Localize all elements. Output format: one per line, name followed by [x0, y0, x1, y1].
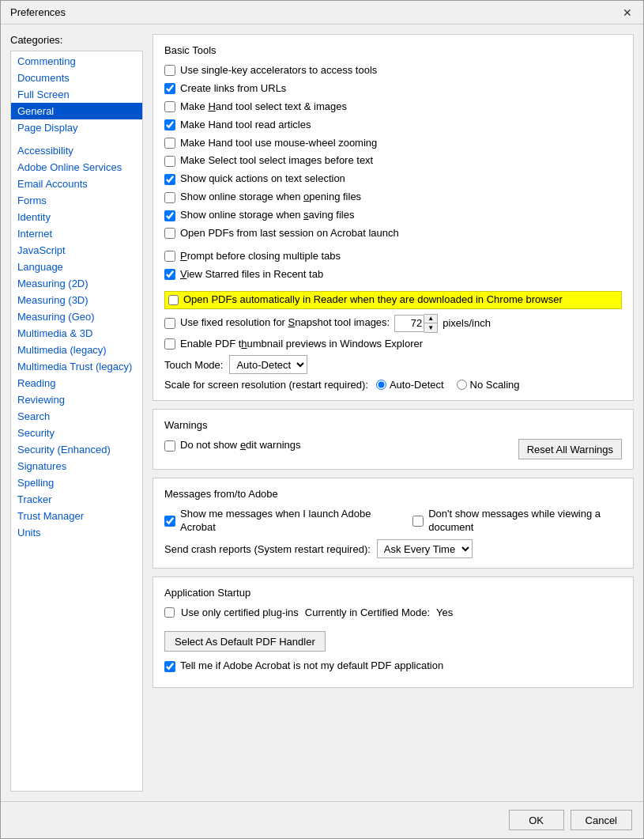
reset-warnings-button[interactable]: Reset All Warnings: [518, 439, 622, 459]
cb-edit-warnings-label: Do not show edit warnings: [180, 439, 300, 452]
category-item-multimedia-legacy[interactable]: Multimedia (legacy): [11, 342, 142, 358]
cb-fixed-res-row: Use fixed resolution for Snapshot tool i…: [164, 314, 622, 333]
crash-select[interactable]: Ask Every Time Always Send Never Send: [377, 539, 473, 558]
scale-no-scaling: No Scaling: [457, 379, 520, 391]
warnings-content: Do not show edit warnings Reset All Warn…: [164, 439, 622, 459]
default-pdf-handler-button[interactable]: Select As Default PDF Handler: [164, 631, 326, 652]
category-item-javascript[interactable]: JavaScript: [11, 242, 142, 259]
category-item-security[interactable]: Security: [11, 425, 142, 441]
category-item-measuring-2d[interactable]: Measuring (2D): [11, 275, 142, 292]
cb-fixed-res[interactable]: [164, 318, 175, 329]
cb-edit-warnings[interactable]: [164, 440, 175, 452]
scale-label: Scale for screen resolution (restart req…: [164, 379, 368, 391]
cb-view-starred-label: View Starred files in Recent tab: [180, 268, 323, 282]
cb-quick-actions[interactable]: [164, 174, 175, 185]
cb-hand-wheel-label: Make Hand tool use mouse-wheel zooming: [180, 137, 377, 150]
cb-dont-show[interactable]: [412, 516, 424, 527]
messages-checkboxes-row: Show me messages when I launch Adobe Acr…: [164, 508, 622, 535]
cb-select-images-label: Make Select tool select images before te…: [180, 154, 373, 168]
categories-label: Categories:: [10, 34, 143, 46]
category-item-internet[interactable]: Internet: [11, 225, 142, 242]
scale-auto-radio[interactable]: [376, 380, 386, 390]
spinner-up-button[interactable]: ▲: [424, 315, 437, 323]
ok-button[interactable]: OK: [509, 810, 564, 830]
touch-mode-row: Touch Mode: Auto-Detect Touch Mouse: [164, 355, 622, 374]
touch-mode-select[interactable]: Auto-Detect Touch Mouse: [229, 355, 307, 374]
spinner-down-button[interactable]: ▼: [424, 323, 437, 332]
category-item-full-screen[interactable]: Full Screen: [11, 86, 142, 103]
category-item-trust-manager[interactable]: Trust Manager: [11, 508, 142, 524]
cb-view-starred-row: View Starred files in Recent tab: [164, 268, 622, 282]
crash-row: Send crash reports (System restart requi…: [164, 539, 622, 558]
category-item-search[interactable]: Search: [11, 408, 142, 425]
category-item-reading[interactable]: Reading: [11, 375, 142, 391]
scale-row: Scale for screen resolution (restart req…: [164, 379, 622, 391]
highlighted-chrome-row: Open PDFs automatically in Reader when t…: [164, 291, 622, 309]
messages-section: Messages from/to Adobe Show me messages …: [153, 478, 634, 569]
close-button[interactable]: ✕: [621, 6, 634, 19]
cb-create-links-label: Create links from URLs: [180, 82, 286, 96]
category-item-multimedia-trust[interactable]: Multimedia Trust (legacy): [11, 358, 142, 375]
resolution-input[interactable]: [394, 315, 424, 332]
category-item-reviewing[interactable]: Reviewing: [11, 391, 142, 408]
cb-select-images[interactable]: [164, 156, 175, 167]
cb-chrome-auto-label: Open PDFs automatically in Reader when t…: [183, 293, 563, 307]
cb-online-saving-row: Show online storage when saving files: [164, 209, 622, 222]
category-item-units[interactable]: Units: [11, 524, 142, 541]
cb-online-saving[interactable]: [164, 210, 175, 221]
category-item-signatures[interactable]: Signatures: [11, 458, 142, 474]
cb-tell-me[interactable]: [164, 661, 175, 672]
cb-open-pdfs-session-row: Open PDFs from last session on Acrobat l…: [164, 227, 622, 240]
warnings-section: Warnings Do not show edit warnings Reset…: [153, 409, 634, 470]
cb-open-pdfs-session[interactable]: [164, 228, 175, 239]
category-item-security-enhanced[interactable]: Security (Enhanced): [11, 441, 142, 458]
cb-hand-wheel[interactable]: [164, 138, 175, 149]
cb-prompt-closing-row: Prompt before closing multiple tabs: [164, 250, 622, 263]
cb-edit-warnings-row: Do not show edit warnings: [164, 439, 300, 452]
cb-view-starred[interactable]: [164, 269, 175, 280]
category-item-accessibility[interactable]: Accessibility: [11, 142, 142, 159]
category-item-email-accounts[interactable]: Email Accounts: [11, 176, 142, 192]
cb-tell-me-label: Tell me if Adobe Acrobat is not my defau…: [180, 659, 443, 673]
category-item-tracker[interactable]: Tracker: [11, 491, 142, 508]
category-item-measuring-3d[interactable]: Measuring (3D): [11, 292, 142, 308]
certified-mode-value: Yes: [436, 607, 453, 618]
scale-none-radio[interactable]: [457, 380, 467, 390]
category-item-identity[interactable]: Identity: [11, 209, 142, 225]
cb-hand-articles-label: Make Hand tool read articles: [180, 119, 311, 132]
spinner-buttons: ▲ ▼: [424, 314, 438, 333]
cb-hand-articles[interactable]: [164, 119, 175, 130]
category-item-multimedia-3d[interactable]: Multimedia & 3D: [11, 325, 142, 342]
cb-create-links-row: Create links from URLs: [164, 82, 622, 96]
scale-none-label: No Scaling: [470, 379, 520, 391]
category-item-general[interactable]: General: [11, 103, 142, 119]
app-startup-title: Application Startup: [164, 587, 622, 599]
category-item-commenting[interactable]: Commenting: [11, 53, 142, 70]
cb-online-opening[interactable]: [164, 192, 175, 203]
cb-prompt-closing[interactable]: [164, 251, 175, 262]
category-item-forms[interactable]: Forms: [11, 192, 142, 209]
cb-certified[interactable]: [164, 607, 175, 618]
category-item-page-display[interactable]: Page Display: [11, 119, 142, 136]
categories-list: CommentingDocumentsFull ScreenGeneralPag…: [10, 51, 143, 792]
cb-thumbnail[interactable]: [164, 338, 175, 350]
cb-fixed-res-label: Use fixed resolution for Snapshot tool i…: [180, 316, 390, 330]
category-item-documents[interactable]: Documents: [11, 70, 142, 86]
cancel-button[interactable]: Cancel: [571, 810, 632, 830]
cb-single-key[interactable]: [164, 65, 175, 76]
cb-quick-actions-label: Show quick actions on text selection: [180, 172, 345, 186]
cb-hand-text[interactable]: [164, 101, 175, 112]
cb-single-key-row: Use single-key accelerators to access to…: [164, 64, 622, 77]
cb-show-messages[interactable]: [164, 516, 175, 527]
category-item-adobe-online[interactable]: Adobe Online Services: [11, 159, 142, 176]
cb-hand-text-row: Make Hand tool select text & images: [164, 100, 622, 114]
category-item-language[interactable]: Language: [11, 259, 142, 275]
cb-dont-show-row: Don't show messages while viewing a docu…: [412, 508, 622, 535]
category-divider: [11, 136, 142, 142]
category-item-spelling[interactable]: Spelling: [11, 474, 142, 491]
cb-chrome-auto[interactable]: [168, 295, 179, 305]
category-item-measuring-geo[interactable]: Measuring (Geo): [11, 308, 142, 325]
cb-single-key-label: Use single-key accelerators to access to…: [180, 64, 377, 77]
pixels-label: pixels/inch: [443, 317, 491, 329]
cb-create-links[interactable]: [164, 83, 175, 94]
